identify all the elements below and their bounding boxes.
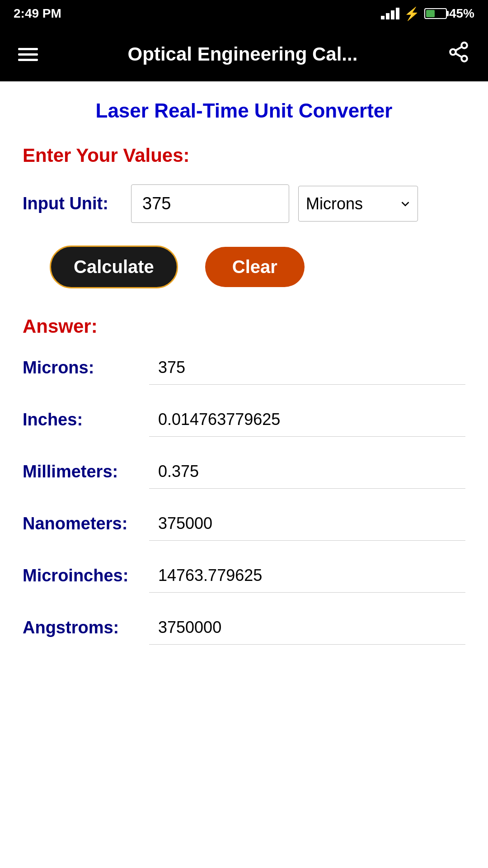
nanometers-result-label: Nanometers: — [23, 514, 149, 533]
unit-select[interactable]: Microns Inches Millimeters Nanometers Mi… — [298, 186, 418, 222]
microns-result-value[interactable] — [149, 351, 465, 385]
result-row-inches-result: Inches: — [23, 403, 465, 441]
result-row-microinches-result: Microinches: — [23, 559, 465, 597]
status-bar: 2:49 PM ⚡ 45% — [0, 0, 488, 27]
charging-icon: ⚡ — [404, 6, 420, 21]
calculate-button[interactable]: Calculate — [50, 245, 178, 288]
hamburger-line-1 — [18, 48, 38, 50]
nav-bar: Optical Engineering Cal... — [0, 27, 488, 81]
hamburger-line-2 — [18, 53, 38, 56]
angstroms-result-value[interactable] — [149, 611, 465, 645]
angstroms-result-label: Angstroms: — [23, 618, 149, 637]
answer-label: Answer: — [23, 316, 465, 337]
hamburger-menu-icon[interactable] — [18, 48, 38, 61]
main-content: Laser Real-Time Unit Converter Enter You… — [0, 81, 488, 868]
millimeters-result-label: Millimeters: — [23, 462, 149, 481]
microns-result-label: Microns: — [23, 358, 149, 377]
clear-button[interactable]: Clear — [205, 247, 305, 287]
inches-result-value[interactable] — [149, 403, 465, 437]
answer-section: Answer: Microns:Inches:Millimeters:Nanom… — [23, 316, 465, 649]
results-container: Microns:Inches:Millimeters:Nanometers:Mi… — [23, 351, 465, 649]
input-row: Input Unit: Microns Inches Millimeters N… — [23, 184, 465, 223]
buttons-row: Calculate Clear — [23, 245, 465, 288]
svg-line-4 — [455, 47, 462, 51]
nav-title: Optical Engineering Cal... — [38, 43, 447, 65]
result-row-microns-result: Microns: — [23, 351, 465, 389]
battery-container: 45% — [424, 6, 474, 21]
battery-icon — [424, 8, 447, 19]
value-input[interactable] — [131, 184, 289, 223]
status-time: 2:49 PM — [14, 6, 61, 21]
battery-percent: 45% — [449, 6, 474, 21]
status-right: ⚡ 45% — [381, 6, 474, 21]
result-row-millimeters-result: Millimeters: — [23, 455, 465, 493]
inches-result-label: Inches: — [23, 410, 149, 429]
page-title: Laser Real-Time Unit Converter — [23, 99, 465, 122]
microinches-result-value[interactable] — [149, 559, 465, 593]
millimeters-result-value[interactable] — [149, 455, 465, 489]
enter-values-label: Enter Your Values: — [23, 145, 465, 166]
signal-icon — [381, 8, 399, 19]
result-row-angstroms-result: Angstroms: — [23, 611, 465, 649]
microinches-result-label: Microinches: — [23, 566, 149, 585]
share-icon[interactable] — [447, 41, 470, 68]
svg-line-3 — [455, 53, 462, 57]
nanometers-result-value[interactable] — [149, 507, 465, 541]
hamburger-line-3 — [18, 59, 38, 61]
result-row-nanometers-result: Nanometers: — [23, 507, 465, 545]
input-unit-label: Input Unit: — [23, 194, 122, 213]
battery-fill — [426, 10, 435, 17]
